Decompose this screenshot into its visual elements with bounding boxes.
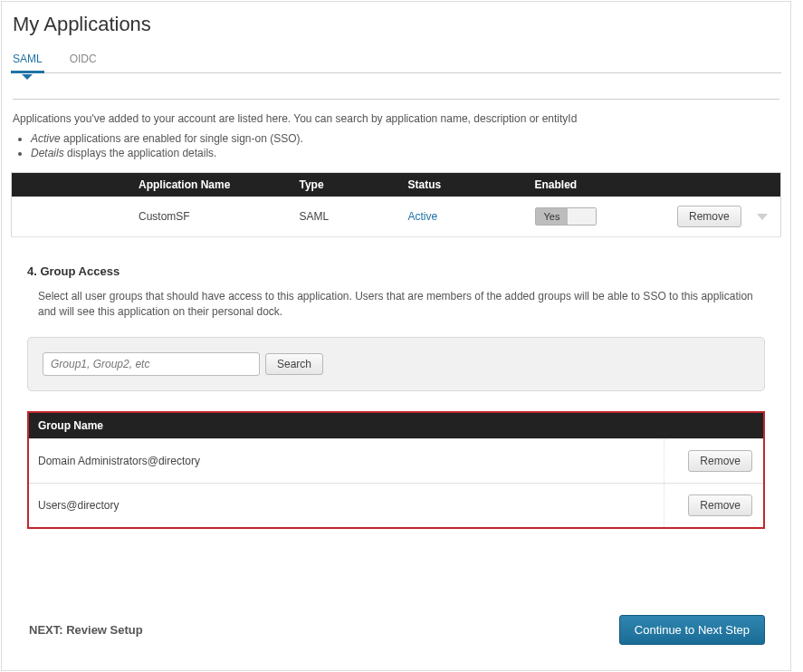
intro-list: Active applications are enabled for sing… [31, 132, 779, 159]
toggle-yes: Yes [536, 208, 569, 225]
section-desc: Select all user groups that should have … [38, 289, 765, 321]
application-table: Application Name Type Status Enabled Cus… [11, 172, 781, 237]
col-header-type: Type [292, 173, 401, 197]
remove-app-button[interactable]: Remove [677, 206, 741, 227]
tab-oidc[interactable]: OIDC [70, 47, 97, 72]
intro-bullet-1: Active applications are enabled for sing… [31, 132, 779, 145]
continue-button[interactable]: Continue to Next Step [619, 615, 765, 645]
col-header-status: Status [401, 173, 528, 197]
group-name-cell: Domain Administrators@directory [29, 438, 664, 483]
footer: NEXT: Review Setup Continue to Next Step [29, 615, 765, 645]
remove-group-button[interactable]: Remove [688, 450, 752, 472]
intro-em-2: Details [31, 147, 64, 159]
page-title: My Applications [13, 13, 781, 36]
section-title: 4. Group Access [27, 264, 765, 278]
intro-text: Applications you've added to your accoun… [13, 112, 779, 125]
search-button[interactable]: Search [265, 353, 323, 375]
remove-group-button[interactable]: Remove [688, 494, 752, 516]
cell-app-type: SAML [292, 197, 401, 237]
status-link[interactable]: Active [408, 210, 438, 223]
tab-saml[interactable]: SAML [13, 47, 43, 72]
col-header-actions [645, 173, 781, 197]
group-search-input[interactable] [43, 352, 260, 376]
intro-rest-2: displays the application details. [64, 147, 217, 159]
enabled-toggle[interactable]: Yes [535, 207, 597, 226]
search-panel: Search [27, 337, 765, 391]
group-table: Group Name Domain Administrators@directo… [29, 413, 763, 527]
intro-rest-1: applications are enabled for single sign… [61, 132, 303, 145]
group-header: Group Name [29, 413, 763, 439]
group-access-section: 4. Group Access Select all user groups t… [27, 264, 765, 529]
cell-app-name: CustomSF [12, 197, 292, 237]
group-table-highlight: Group Name Domain Administrators@directo… [27, 411, 765, 529]
divider [13, 99, 779, 100]
group-name-cell: Users@directory [29, 483, 664, 527]
col-header-name: Application Name [12, 173, 292, 197]
chevron-down-icon[interactable] [757, 214, 768, 220]
table-row: Users@directory Remove [29, 483, 763, 527]
table-row: CustomSF SAML Active Yes Remove [12, 197, 781, 237]
next-label: NEXT: Review Setup [29, 623, 143, 637]
tab-bar: SAML OIDC [11, 47, 781, 73]
col-header-enabled: Enabled [528, 173, 645, 197]
toggle-no [568, 208, 595, 225]
table-row: Domain Administrators@directory Remove [29, 438, 763, 483]
intro-em-1: Active [31, 132, 61, 145]
intro-bullet-2: Details displays the application details… [31, 147, 779, 159]
app-frame: My Applications SAML OIDC Applications y… [1, 1, 791, 671]
